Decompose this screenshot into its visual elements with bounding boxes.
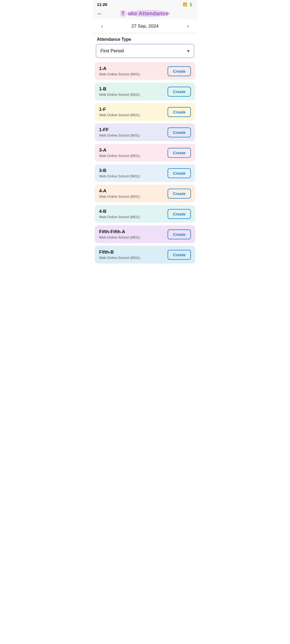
class-item: Fifth-BWeb Online School (9931)Create: [95, 246, 195, 264]
class-school: Web Online School (9931): [99, 256, 140, 260]
class-item-info: 1-FFWeb Online School (9931): [99, 127, 140, 137]
app-header: ← Take Attendance: [93, 8, 197, 19]
class-item-info: 1-BWeb Online School (9931): [99, 86, 140, 97]
class-item: Fifth-Fifth-AWeb Online School (9931)Cre…: [95, 225, 195, 243]
back-button[interactable]: ←: [97, 10, 103, 17]
title-text: ake Attendance: [126, 10, 170, 17]
class-school: Web Online School (9931): [99, 174, 140, 178]
status-bar: 11:20 📶 🔋: [93, 0, 197, 8]
class-school: Web Online School (9931): [99, 215, 140, 219]
class-item: 1-AWeb Online School (9931)Create: [95, 62, 195, 80]
class-name: 1-FF: [99, 127, 140, 133]
class-school: Web Online School (9931): [99, 93, 140, 97]
status-time: 11:20: [97, 2, 107, 7]
next-date-button[interactable]: ›: [185, 22, 191, 30]
status-icons: 📶 🔋: [183, 2, 193, 6]
prev-date-button[interactable]: ‹: [99, 22, 105, 30]
create-button[interactable]: Create: [168, 127, 191, 137]
class-school: Web Online School (9931): [99, 154, 140, 158]
class-item: 3-AWeb Online School (9931)Create: [95, 144, 195, 162]
create-button[interactable]: Create: [168, 107, 191, 117]
page-title: Take Attendance: [120, 10, 170, 17]
class-name: 3-B: [99, 168, 140, 173]
battery-icon: 🔋: [189, 2, 193, 6]
class-item-info: 3-AWeb Online School (9931): [99, 148, 140, 158]
class-item: 1-FWeb Online School (9931)Create: [95, 103, 195, 121]
date-navigation: ‹ 27 Sep, 2024 ›: [93, 19, 197, 33]
class-item: 4-BWeb Online School (9931)Create: [95, 205, 195, 223]
class-item: 3-BWeb Online School (9931)Create: [95, 164, 195, 182]
create-button[interactable]: Create: [168, 66, 191, 76]
class-item-info: Fifth-BWeb Online School (9931): [99, 250, 140, 260]
create-button[interactable]: Create: [168, 209, 191, 219]
class-item: 4-AWeb Online School (9931)Create: [95, 185, 195, 202]
class-list: 1-AWeb Online School (9931)Create1-BWeb …: [93, 62, 197, 269]
class-name: 3-A: [99, 148, 140, 153]
create-button[interactable]: Create: [168, 189, 191, 199]
class-name: 1-A: [99, 66, 140, 71]
attendance-type-dropdown[interactable]: First Period ▾: [96, 44, 194, 58]
class-name: 4-A: [99, 188, 140, 194]
class-item-info: Fifth-Fifth-AWeb Online School (9931): [99, 229, 140, 239]
class-school: Web Online School (9931): [99, 72, 140, 76]
chevron-down-icon: ▾: [187, 48, 190, 54]
create-button[interactable]: Create: [168, 250, 191, 260]
class-school: Web Online School (9931): [99, 113, 140, 117]
class-item: 1-FFWeb Online School (9931)Create: [95, 123, 195, 141]
class-school: Web Online School (9931): [99, 133, 140, 137]
create-button[interactable]: Create: [168, 87, 191, 97]
create-button[interactable]: Create: [168, 229, 191, 239]
class-name: Fifth-B: [99, 250, 140, 255]
create-button[interactable]: Create: [168, 168, 191, 178]
class-school: Web Online School (9931): [99, 235, 140, 239]
wifi-icon: 📶: [183, 2, 187, 6]
class-name: Fifth-Fifth-A: [99, 229, 140, 235]
class-item-info: 1-FWeb Online School (9931): [99, 107, 140, 117]
current-date: 27 Sep, 2024: [131, 24, 158, 29]
create-button[interactable]: Create: [168, 148, 191, 158]
attendance-type-label: Attendance Type: [93, 33, 197, 44]
class-school: Web Online School (9931): [99, 195, 140, 199]
class-item-info: 4-BWeb Online School (9931): [99, 209, 140, 219]
class-name: 1-B: [99, 86, 140, 92]
title-prefix-highlight: T: [120, 10, 126, 17]
class-name: 4-B: [99, 209, 140, 214]
class-item-info: 3-BWeb Online School (9931): [99, 168, 140, 178]
class-name: 1-F: [99, 107, 140, 112]
class-item-info: 1-AWeb Online School (9931): [99, 66, 140, 76]
class-item: 1-BWeb Online School (9931)Create: [95, 83, 195, 100]
class-item-info: 4-AWeb Online School (9931): [99, 188, 140, 199]
dropdown-selected-value: First Period: [100, 48, 124, 54]
